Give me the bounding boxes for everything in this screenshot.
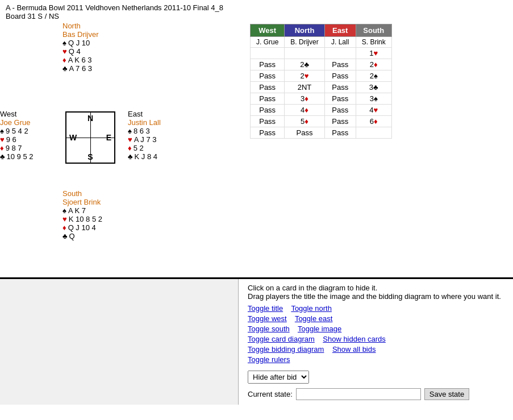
- bid-cell: Pass: [324, 127, 356, 139]
- south-direction: South: [62, 189, 102, 198]
- controls-panel: Click on a card in the diagram to hide i…: [239, 279, 513, 405]
- north-player-name: B. Drijver: [285, 37, 324, 48]
- south-diamonds: ♦Q J 10 4: [62, 223, 102, 232]
- toggle-image-link[interactable]: Toggle image: [298, 325, 341, 333]
- bid-cell: 2♠: [356, 70, 391, 82]
- current-state-input[interactable]: [296, 388, 421, 400]
- bid-cell: Pass: [285, 127, 324, 139]
- dropdown-row: Hide after bid Show all Hide all: [248, 371, 504, 384]
- north-direction: North: [62, 22, 99, 30]
- bid-cell: [285, 48, 324, 59]
- toggle-east-link[interactable]: Toggle east: [295, 314, 333, 323]
- current-state-label: Current state:: [248, 390, 293, 398]
- east-diamonds: ♦5 2: [128, 144, 161, 152]
- west-spades: ♠9 5 4 2: [0, 127, 34, 135]
- bid-cell: Pass: [324, 105, 356, 116]
- bid-table: West North East South J. Grue B. Drijver…: [250, 24, 392, 139]
- hide-after-bid-select[interactable]: Hide after bid Show all Hide all: [248, 371, 309, 384]
- bid-cell: 2NT: [285, 82, 324, 93]
- bid-row: Pass3♦Pass3♠: [251, 93, 392, 105]
- east-hand: East Justin Lall ♠8 6 3 ♥A J 7 3 ♦5 2 ♣K…: [128, 110, 161, 161]
- west-diamonds: ♦9 8 7: [0, 144, 34, 152]
- bid-cell: Pass: [324, 116, 356, 127]
- bid-row: Pass2♣Pass2♦: [251, 59, 392, 70]
- bidding-area: West North East South J. Grue B. Drijver…: [244, 22, 398, 277]
- south-hearts: ♥K 10 8 5 2: [62, 215, 102, 223]
- bid-row: Pass2♥Pass2♠: [251, 70, 392, 82]
- toggle-rulers-link[interactable]: Toggle rulers: [248, 355, 290, 364]
- south-name: Sjoert Brink: [62, 198, 102, 206]
- south-hand: South Sjoert Brink ♠A K 7 ♥K 10 8 5 2 ♦Q…: [62, 189, 102, 240]
- bid-cell: Pass: [251, 70, 285, 82]
- bid-cell: Pass: [251, 127, 285, 139]
- title: A - Bermuda Bowl 2011 Veldhoven Netherla…: [6, 3, 507, 12]
- bid-cell: 6♦: [356, 116, 391, 127]
- bid-cell: 3♦: [285, 93, 324, 105]
- west-direction: West: [0, 110, 34, 118]
- north-spades: ♠Q J 10: [62, 39, 99, 47]
- bid-cell: [356, 127, 391, 139]
- bid-cell: 4♥: [356, 105, 391, 116]
- bid-cell: Pass: [324, 82, 356, 93]
- west-hand: West Joe Grue ♠9 5 4 2 ♥9 6 ♦9 8 7 ♣10 9…: [0, 110, 34, 161]
- bid-cell: 1♥: [356, 48, 391, 59]
- bid-cell: 4♦: [285, 105, 324, 116]
- west-clubs: ♣10 9 5 2: [0, 152, 34, 161]
- col-east: East: [324, 24, 356, 37]
- north-diamonds: ♦A K 6 3: [62, 56, 99, 64]
- save-state-button[interactable]: Save state: [424, 388, 469, 400]
- bottom-section: Click on a card in the diagram to hide i…: [0, 277, 513, 405]
- toggle-title-link[interactable]: Toggle title: [248, 304, 283, 313]
- toggle-south-link[interactable]: Toggle south: [248, 325, 290, 333]
- state-row: Current state: Save state: [248, 388, 504, 400]
- show-hidden-cards-link[interactable]: Show hidden cards: [323, 335, 386, 343]
- south-spades: ♠A K 7: [62, 206, 102, 215]
- east-name: Justin Lall: [128, 118, 161, 127]
- bid-cell: 2♥: [285, 70, 324, 82]
- header: A - Bermuda Bowl 2011 Veldhoven Netherla…: [0, 0, 513, 22]
- toggle-bidding-diagram-link[interactable]: Toggle bidding diagram: [248, 345, 324, 354]
- card-diagram: North Bas Drijver ♠Q J 10 ♥Q 4 ♦A K 6 3 …: [0, 22, 244, 277]
- compass-box: N W E S: [65, 111, 115, 164]
- info2: Drag players the title the image and the…: [248, 292, 504, 301]
- bid-cell: Pass: [251, 116, 285, 127]
- toggle-north-link[interactable]: Toggle north: [291, 304, 332, 313]
- col-south: South: [356, 24, 391, 37]
- col-west: West: [251, 24, 285, 37]
- east-direction: East: [128, 110, 161, 118]
- bid-cell: Pass: [251, 82, 285, 93]
- toggle-west-link[interactable]: Toggle west: [248, 314, 287, 323]
- south-player-name: S. Brink: [356, 37, 391, 48]
- north-name: Bas Drijver: [62, 30, 99, 39]
- bid-row: PassPassPass: [251, 127, 392, 139]
- north-hand: North Bas Drijver ♠Q J 10 ♥Q 4 ♦A K 6 3 …: [62, 22, 99, 73]
- bid-row: 1♥: [251, 48, 392, 59]
- bid-row: Pass4♦Pass4♥: [251, 105, 392, 116]
- player-names-row: J. Grue B. Drijver J. Lall S. Brink: [251, 37, 392, 48]
- bid-cell: 5♦: [285, 116, 324, 127]
- col-north: North: [285, 24, 324, 37]
- bid-cell: Pass: [251, 105, 285, 116]
- bid-row: Pass5♦Pass6♦: [251, 116, 392, 127]
- south-clubs: ♣Q: [62, 232, 102, 240]
- bid-cell: Pass: [251, 93, 285, 105]
- west-hearts: ♥9 6: [0, 135, 34, 144]
- bid-row: Pass2NTPass3♣: [251, 82, 392, 93]
- east-spades: ♠8 6 3: [128, 127, 161, 135]
- north-clubs: ♣A 7 6 3: [62, 64, 99, 73]
- toggle-card-diagram-link[interactable]: Toggle card diagram: [248, 335, 315, 343]
- west-player-name: J. Grue: [251, 37, 285, 48]
- bid-cell: 3♣: [356, 82, 391, 93]
- east-clubs: ♣K J 8 4: [128, 152, 161, 161]
- bid-cell: 2♦: [356, 59, 391, 70]
- bid-cell: 3♠: [356, 93, 391, 105]
- left-panel: [0, 279, 239, 405]
- bid-cell: [324, 48, 356, 59]
- bid-cell: 2♣: [285, 59, 324, 70]
- east-player-name: J. Lall: [324, 37, 356, 48]
- bid-cell: [251, 48, 285, 59]
- show-all-bids-link[interactable]: Show all bids: [332, 345, 376, 354]
- east-hearts: ♥A J 7 3: [128, 135, 161, 144]
- west-name: Joe Grue: [0, 118, 34, 127]
- bid-cell: Pass: [251, 59, 285, 70]
